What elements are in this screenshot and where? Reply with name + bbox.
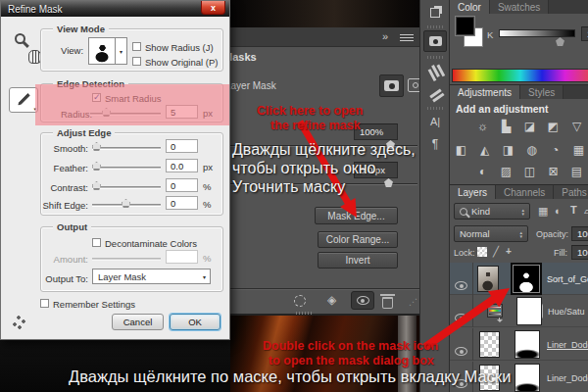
collapse-to-icons-icon[interactable]: » (382, 30, 388, 42)
filter-shape-layers-icon[interactable]: ▱ (584, 205, 588, 218)
lock-transparency-icon[interactable] (477, 247, 487, 257)
smooth-field[interactable]: 0 (166, 139, 198, 153)
hue-saturation-icon[interactable]: ◧ (454, 143, 468, 157)
load-selection-from-mask-icon[interactable] (294, 295, 306, 307)
dialog-titlebar[interactable]: Refine Mask (1, 1, 229, 17)
contrast-slider-handle[interactable] (92, 181, 101, 190)
dock-history-icon[interactable] (423, 2, 447, 24)
show-original-checkbox[interactable] (132, 57, 141, 66)
tab-adjustments[interactable]: Adjustments (450, 85, 520, 99)
decontaminate-checkbox[interactable] (92, 238, 101, 247)
tab-channels[interactable]: Channels (496, 185, 554, 199)
feather-slider[interactable] (92, 167, 161, 170)
panel-drag-grip[interactable] (296, 312, 312, 315)
levels-icon[interactable]: ▙ (499, 120, 514, 133)
cancel-button[interactable]: Cancel (112, 314, 164, 330)
selective-color-icon[interactable]: ⊠ (546, 165, 561, 178)
dock-paragraph-panel-icon[interactable]: ¶ (423, 133, 447, 155)
layer-visibility-icon[interactable] (455, 347, 467, 356)
filter-pixel-layers-icon[interactable]: ▦ (538, 205, 548, 218)
panel-resize-grip[interactable]: ⋰ (409, 297, 417, 307)
smooth-slider[interactable] (92, 147, 161, 150)
layer-thumbnail[interactable] (479, 365, 500, 391)
color-spectrum-ramp[interactable] (452, 69, 588, 82)
mask-feather-field[interactable]: 0.0 px (354, 162, 398, 178)
invert-icon[interactable]: ◐ (475, 165, 490, 178)
mask-visibility-button[interactable] (351, 291, 374, 310)
color-range-button[interactable]: Color Range... (318, 231, 398, 248)
vibrance-icon[interactable]: ▽ (569, 120, 584, 133)
brightness-contrast-icon[interactable]: ☼ (475, 120, 490, 133)
exposure-icon[interactable]: ◩ (546, 120, 561, 133)
layer-row-liner-dodge-copy[interactable]: Liner_Dodge co (450, 328, 588, 361)
output-to-select[interactable]: Layer Mask ▾ (92, 269, 211, 284)
mask-edge-button[interactable]: Mask Edge... (315, 207, 398, 224)
channel-mixer-icon[interactable]: ◔ (548, 143, 563, 157)
lock-paint-icon[interactable]: ╱ (493, 246, 499, 257)
photo-filter-icon[interactable]: ◍ (524, 143, 539, 157)
radius-field[interactable]: 5 (166, 105, 198, 119)
delete-mask-icon[interactable] (382, 297, 393, 309)
mask-feather-slider-handle[interactable] (384, 178, 393, 187)
invert-button[interactable]: Invert (318, 252, 398, 269)
posterize-icon[interactable]: ▨ (499, 165, 514, 178)
opacity-field[interactable]: 100% (571, 226, 588, 241)
mask-density-slider-handle[interactable] (386, 140, 395, 149)
layer-visibility-icon[interactable] (455, 281, 467, 290)
layer-mask-thumbnail[interactable] (513, 265, 540, 293)
black-white-icon[interactable]: ◨ (501, 143, 515, 157)
feather-field[interactable]: 0.0 (166, 159, 198, 172)
k-slider-track[interactable] (499, 29, 575, 37)
zoom-tool-icon[interactable] (15, 33, 25, 44)
layer-thumbnail[interactable] (477, 266, 499, 292)
layer-visibility-icon[interactable] (455, 314, 467, 322)
gradient-map-icon[interactable]: ▤ (569, 165, 584, 178)
shift-edge-field[interactable]: 0 (166, 196, 198, 210)
color-balance-icon[interactable]: ◭ (477, 143, 492, 157)
k-slider-handle[interactable] (556, 37, 564, 46)
view-thumbnail-dropdown[interactable]: ▾ (88, 37, 127, 65)
remember-settings-checkbox[interactable] (40, 299, 49, 308)
shift-edge-slider-handle[interactable] (122, 199, 130, 208)
threshold-icon[interactable]: ◫ (522, 165, 537, 178)
foreground-color-swatch[interactable] (455, 16, 475, 36)
pixel-mask-icon[interactable] (379, 74, 404, 97)
dock-brush-panel-icon[interactable] (423, 60, 447, 81)
dock-masks-panel-icon[interactable] (423, 30, 447, 52)
layer-row-sort-of-goth[interactable]: Sort_of_Goth_1 (450, 263, 588, 295)
layer-row-liner-dodge[interactable]: Liner_Dodge (450, 362, 588, 392)
k-value-field[interactable]: 100% (581, 26, 588, 41)
layer-visibility-icon[interactable] (455, 379, 467, 388)
smooth-slider-handle[interactable] (92, 142, 101, 151)
filter-adjustment-layers-icon[interactable]: ◐ (555, 205, 562, 217)
ok-button[interactable]: OK (170, 314, 220, 330)
contrast-slider[interactable] (92, 186, 161, 189)
refine-radius-tool-button[interactable]: ▾ (9, 87, 38, 113)
contrast-field[interactable]: 0 (166, 178, 198, 192)
lock-move-icon[interactable]: + (506, 246, 512, 257)
feather-slider-handle[interactable] (92, 162, 101, 171)
tab-styles[interactable]: Styles (520, 85, 564, 99)
dock-character-panel-icon[interactable]: A| (423, 111, 447, 132)
mask-density-field[interactable]: 100% (354, 123, 398, 140)
color-lookup-icon[interactable]: ▦ (571, 143, 586, 157)
show-radius-checkbox[interactable] (132, 42, 141, 51)
fill-field[interactable]: 100% (571, 245, 588, 260)
curves-icon[interactable]: ◪ (522, 120, 537, 133)
tab-paths[interactable]: Paths (554, 185, 588, 199)
layer-mask-thumbnail[interactable] (516, 297, 542, 325)
tab-color[interactable]: Color (450, 0, 490, 14)
layer-filter-kind-select[interactable]: Kind ▴▾ (454, 203, 530, 220)
radius-slider[interactable] (90, 113, 161, 116)
apply-mask-icon[interactable]: ◈ (327, 293, 336, 307)
dock-tool-presets-icon[interactable] (423, 82, 447, 104)
layer-mask-thumbnail[interactable] (514, 330, 540, 359)
tab-layers[interactable]: Layers (450, 185, 496, 199)
panel-menu-icon[interactable] (400, 34, 414, 41)
layer-row-hue-sat[interactable]: Hue/Satu (450, 295, 588, 327)
tab-swatches[interactable]: Swatches (490, 0, 549, 14)
adjustment-layer-icon[interactable] (487, 304, 503, 318)
layer-mask-thumbnail[interactable] (514, 364, 540, 392)
filter-type-layers-icon[interactable]: T (570, 204, 577, 216)
blend-mode-select[interactable]: Normal ▴▾ (454, 225, 528, 242)
